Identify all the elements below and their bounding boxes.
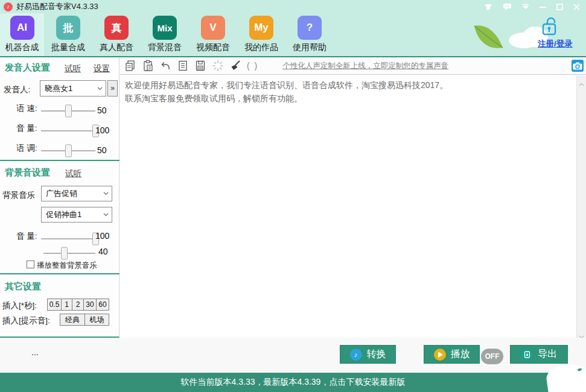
play-icon — [434, 349, 446, 361]
bgm-volume2-value: 40 — [98, 247, 108, 256]
settings-panel: 发音人设置 试听 设置 发音人: 晓燕女1 » 语 速: 50 音 量: 100… — [0, 57, 119, 338]
undo-icon[interactable] — [159, 60, 171, 72]
off-toggle[interactable]: OFF — [481, 349, 503, 364]
close-icon[interactable] — [573, 4, 580, 10]
my-works-icon: My — [249, 16, 273, 40]
video-dubbing-icon: V — [201, 16, 225, 40]
clean-icon[interactable] — [229, 60, 241, 72]
register-login-link[interactable]: 注册/登录 — [527, 39, 583, 49]
nav-item-machine-synthesis[interactable]: AI 机器合成 — [0, 13, 44, 56]
nav-item-background-mix[interactable]: Mix 背景混音 — [141, 13, 189, 56]
slider-thumb[interactable] — [65, 105, 72, 118]
scroll-up-icon[interactable] — [579, 78, 584, 89]
bgm-preview-link[interactable]: 试听 — [65, 168, 81, 179]
bgm-volume-label: 音 量: — [16, 231, 37, 242]
report-icon[interactable] — [177, 60, 189, 72]
bgm-label: 背景音乐 — [2, 190, 35, 201]
bgm-volume2-slider[interactable] — [43, 247, 95, 260]
window-title: 好易迅配音专家V4.3.33 — [16, 1, 98, 12]
convert-button[interactable]: ♪ 转换 — [340, 345, 396, 364]
status-ellipsis: ... — [31, 347, 39, 357]
nav-item-batch-synthesis[interactable]: 批 批量合成 — [44, 13, 92, 56]
pitch-value: 50 — [97, 145, 107, 155]
minimize-icon[interactable] — [540, 4, 546, 10]
editor-scrollbar[interactable] — [576, 75, 586, 338]
other-section-title: 其它设置 — [5, 281, 41, 292]
chevron-down-icon — [103, 192, 109, 195]
insert-60s-button[interactable]: 60 — [96, 299, 109, 311]
maximize-icon[interactable] — [556, 4, 563, 10]
action-bar: ... ♪ 转换 播放 OFF 导出 — [0, 338, 586, 373]
section-divider — [0, 160, 119, 161]
human-dubbing-icon: 真 — [104, 16, 129, 40]
machine-synthesis-icon: AI — [10, 16, 34, 40]
speaker-label: 发音人: — [4, 84, 30, 95]
chevron-down-icon — [103, 213, 109, 217]
tone-airport-button[interactable]: 机场 — [84, 314, 109, 326]
batch-synthesis-icon: 批 — [56, 16, 80, 40]
update-status-bar[interactable]: 软件当前版本4.3.33，最新版本4.3.39，点击下载安装最新版 — [0, 373, 586, 392]
pitch-label: 语 调: — [16, 143, 37, 154]
insert-seconds-group: 0.5 1 2 30 60 — [48, 299, 109, 311]
music-note-icon: ♪ — [350, 349, 362, 361]
insert-tone-group: 经典 机场 — [60, 314, 109, 326]
camera-icon[interactable] — [572, 60, 584, 72]
export-button[interactable]: 导出 — [510, 345, 568, 364]
bgm-volume-value: 100 — [95, 231, 109, 241]
volume-label: 音 量: — [16, 123, 37, 134]
app-logo-icon: ♪ — [4, 2, 13, 11]
play-full-bgm-label: 播放整首背景音乐 — [37, 261, 97, 271]
slider-thumb[interactable] — [61, 247, 68, 260]
insert-2s-button[interactable]: 2 — [72, 299, 84, 311]
sparkle-icon[interactable] — [212, 60, 224, 72]
help-icon: ? — [298, 16, 322, 40]
menu-caret-icon[interactable] — [522, 4, 529, 9]
section-divider — [0, 273, 119, 274]
voice-preview-link[interactable]: 试听 — [65, 63, 81, 74]
volume-value: 100 — [95, 125, 109, 135]
play-button[interactable]: 播放 — [424, 345, 480, 364]
copy-icon[interactable] — [124, 60, 136, 72]
bgm-category-select[interactable]: 广告促销 — [41, 186, 112, 201]
editor-toolbar: ( ) 个性化人声定制全新上线，立即定制您的专属声音 — [120, 57, 586, 75]
speed-value: 50 — [97, 106, 107, 115]
nav-item-video-dubbing[interactable]: V 视频配音 — [189, 13, 237, 56]
voice-customization-promo-link[interactable]: 个性化人声定制全新上线，立即定制您的专属声音 — [282, 61, 448, 71]
update-status-text: 软件当前版本4.3.33，最新版本4.3.39，点击下载安装最新版 — [181, 377, 406, 387]
export-icon — [521, 349, 533, 361]
slider-thumb[interactable] — [65, 145, 72, 157]
insert-0.5s-button[interactable]: 0.5 — [47, 299, 62, 311]
play-full-bgm-checkbox[interactable] — [27, 261, 34, 268]
insert-tone-label: 插入[提示音]: — [2, 315, 50, 326]
script-text-area[interactable]: 欢迎使用好易迅配音专家，我们专注语音识别、语音合成软件，淘宝搜易迅科技2017。… — [120, 75, 576, 338]
voice-settings-link[interactable]: 设置 — [94, 63, 110, 74]
chevron-down-icon — [97, 87, 103, 90]
editor-line: 联系淘宝客服免费领取试用码，解锁所有功能。 — [125, 92, 572, 105]
leaf-decoration — [473, 23, 506, 54]
bgm-track-select[interactable]: 促销神曲1 — [41, 207, 112, 223]
tone-classic-button[interactable]: 经典 — [60, 314, 85, 326]
feedback-icon[interactable] — [503, 3, 512, 11]
bgm-volume-slider[interactable] — [41, 232, 95, 245]
insert-1s-button[interactable]: 1 — [61, 299, 72, 311]
pitch-slider[interactable] — [41, 144, 95, 157]
background-mix-icon: Mix — [153, 16, 177, 40]
skin-icon[interactable] — [484, 3, 492, 10]
nav-item-human-dubbing[interactable]: 真 真人配音 — [92, 13, 141, 56]
editor-line: 欢迎使用好易迅配音专家，我们专注语音识别、语音合成软件，淘宝搜易迅科技2017。 — [125, 78, 572, 92]
bgm-section-title: 背景音设置 — [5, 167, 50, 179]
save-icon[interactable] — [194, 60, 206, 72]
speaker-expand-button[interactable]: » — [107, 80, 118, 96]
paste-icon[interactable] — [142, 60, 154, 72]
speaker-select[interactable]: 晓燕女1 — [40, 80, 106, 96]
insert-30s-button[interactable]: 30 — [83, 299, 97, 311]
nav-item-help[interactable]: ? 使用帮助 — [285, 13, 334, 56]
speed-slider[interactable] — [41, 104, 95, 118]
volume-slider[interactable] — [41, 124, 95, 138]
nav-item-my-works[interactable]: My 我的作品 — [237, 13, 285, 56]
insert-seconds-label: 插入[*秒]: — [2, 300, 37, 311]
open-lock-icon — [541, 16, 558, 40]
voice-section-title: 发音人设置 — [5, 62, 50, 74]
speed-label: 语 速: — [16, 103, 37, 114]
parens-icon[interactable]: ( ) — [247, 61, 258, 71]
